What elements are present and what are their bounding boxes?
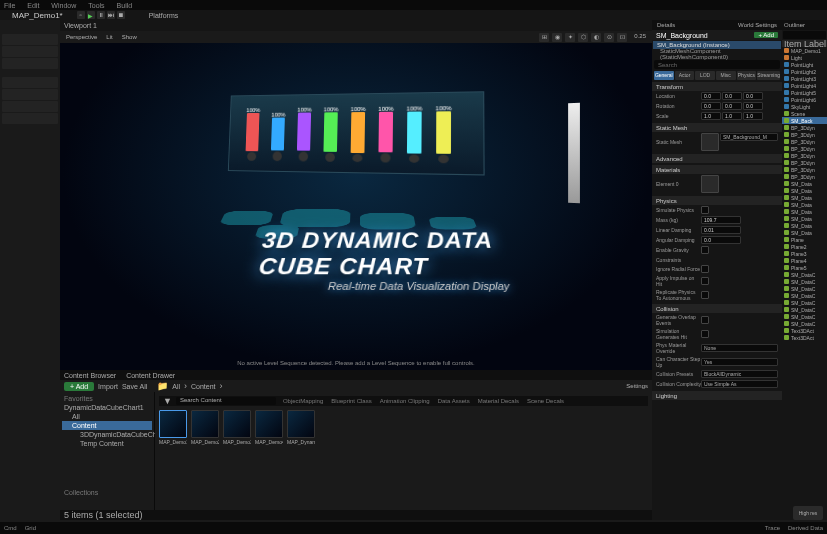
viewport-mode[interactable]: Perspective	[66, 34, 97, 40]
tree-item[interactable]: 3DDynamicDataCubeChart	[62, 430, 152, 439]
section-staticmesh[interactable]: Static Mesh	[652, 123, 782, 132]
outliner-item[interactable]: SM_DataC	[782, 320, 827, 327]
vp-tool-6[interactable]: ⊙	[604, 33, 614, 42]
status-grid[interactable]: Grid	[25, 525, 36, 531]
outliner-item[interactable]: Plane3	[782, 250, 827, 257]
save-icon[interactable]: ▫	[77, 11, 85, 19]
viewport-tab[interactable]: Viewport 1	[64, 22, 97, 29]
menu-edit[interactable]: Edit	[27, 2, 39, 9]
mode-select[interactable]	[2, 34, 58, 45]
loc-x[interactable]: 0.0	[701, 92, 721, 100]
tree-item[interactable]: Content	[62, 421, 152, 430]
filter-chip[interactable]: Material Decals	[475, 398, 522, 404]
tree-item[interactable]: Temp Content	[62, 439, 152, 448]
ignore-checkbox[interactable]	[701, 265, 709, 273]
sm-thumbnail[interactable]	[701, 133, 719, 151]
outliner-item[interactable]: SM_DataC	[782, 271, 827, 278]
char-combo[interactable]: Yes	[701, 358, 778, 366]
viewport-shading[interactable]: Lit	[106, 34, 112, 40]
outliner-item[interactable]: SM_Data	[782, 194, 827, 201]
outliner-item[interactable]: SM_DataC	[782, 313, 827, 320]
section-physics[interactable]: Physics	[652, 196, 782, 205]
menu-build[interactable]: Build	[117, 2, 133, 9]
gen-checkbox[interactable]	[701, 316, 709, 324]
outliner-item[interactable]: BP_3Ddyn	[782, 166, 827, 173]
asset-item[interactable]: MAP_Demo2	[191, 410, 219, 445]
outliner-item[interactable]: BP_3Ddyn	[782, 124, 827, 131]
cb-add-button[interactable]: + Add	[64, 382, 94, 391]
asset-item[interactable]: MAP_Dynamic	[287, 410, 315, 445]
adamp-input[interactable]: 0.0	[701, 236, 741, 244]
filter-chip[interactable]: ObjectMapping	[280, 398, 326, 404]
mode-brush[interactable]	[2, 101, 58, 112]
ldamp-input[interactable]: 0.01	[701, 226, 741, 234]
outliner-item[interactable]: SM_DataC	[782, 285, 827, 292]
vp-tool-3[interactable]: ✦	[565, 33, 575, 42]
mass-input[interactable]: 109.7	[701, 216, 741, 224]
cb-favorites[interactable]: Favorites	[62, 394, 152, 403]
outliner-item[interactable]: SM_Data	[782, 215, 827, 222]
mat-thumbnail[interactable]	[701, 175, 719, 193]
scale-x[interactable]: 1.0	[701, 112, 721, 120]
outliner-item[interactable]: Plane2	[782, 243, 827, 250]
loc-z[interactable]: 0.0	[743, 92, 763, 100]
viewport-3d[interactable]: 100%100%100%100%100%100%100%100% 3D DYNA…	[60, 43, 652, 370]
step-button[interactable]: ⏭	[107, 11, 115, 19]
outliner-item[interactable]: BP_3Ddyn	[782, 145, 827, 152]
rot-x[interactable]: 0.0	[701, 102, 721, 110]
cb-path-all[interactable]: All	[172, 383, 180, 390]
outliner-item[interactable]: BP_3Ddyn	[782, 152, 827, 159]
menu-window[interactable]: Window	[51, 2, 76, 9]
menu-tools[interactable]: Tools	[88, 2, 104, 9]
filter-chip[interactable]: Blueprint Class	[328, 398, 374, 404]
detail-filter[interactable]: Streaming	[757, 71, 780, 80]
cb-collections[interactable]: Collections	[62, 488, 152, 497]
detail-filter[interactable]: LOD	[695, 71, 715, 80]
detail-filter[interactable]: Misc	[716, 71, 736, 80]
scale-y[interactable]: 1.0	[722, 112, 742, 120]
outliner-item[interactable]: SM_Data	[782, 229, 827, 236]
stop-button[interactable]: ⏹	[117, 11, 125, 19]
mode-landscape[interactable]	[2, 46, 58, 57]
mode-fracture[interactable]	[2, 89, 58, 100]
cb-save[interactable]: Save All	[122, 383, 147, 390]
cb-drawer-tab[interactable]: Content Drawer	[126, 372, 175, 379]
asset-item[interactable]: MAP_Demo3	[223, 410, 251, 445]
section-materials[interactable]: Materials	[652, 165, 782, 174]
section-collision[interactable]: Collision	[652, 304, 782, 313]
cb-import[interactable]: Import	[98, 383, 118, 390]
vp-tool-2[interactable]: ◉	[552, 33, 562, 42]
menu-file[interactable]: File	[4, 2, 15, 9]
loc-y[interactable]: 0.0	[722, 92, 742, 100]
outliner-item[interactable]: BP_3Ddyn	[782, 138, 827, 145]
outliner-item[interactable]: SM_Data	[782, 208, 827, 215]
filter-chip[interactable]: Scene Decals	[524, 398, 567, 404]
asset-item[interactable]: MAP_Demo4	[255, 410, 283, 445]
outliner-item[interactable]: PointLight	[782, 61, 827, 68]
repl-checkbox[interactable]	[701, 291, 709, 299]
platforms-dropdown[interactable]: Platforms	[149, 12, 179, 19]
vp-tool-4[interactable]: ⬡	[578, 33, 588, 42]
outliner-item[interactable]: BP_3Ddyn	[782, 173, 827, 180]
outliner-item[interactable]: Scene	[782, 110, 827, 117]
section-advanced[interactable]: Advanced	[652, 154, 782, 163]
outliner-item[interactable]: SM_Data	[782, 201, 827, 208]
outliner-item[interactable]: Text3DAct	[782, 334, 827, 341]
outliner-item[interactable]: SM_Data	[782, 180, 827, 187]
outliner-item[interactable]: Plane4	[782, 257, 827, 264]
play-button[interactable]: ▶	[87, 11, 95, 19]
vp-tool-5[interactable]: ◐	[591, 33, 601, 42]
mode-anim[interactable]	[2, 113, 58, 124]
component-mesh[interactable]: StaticMeshComponent (StaticMeshComponent…	[652, 50, 782, 58]
detail-filter[interactable]: Actor	[675, 71, 695, 80]
outliner-item[interactable]: SM_DataC	[782, 292, 827, 299]
simgen-checkbox[interactable]	[701, 330, 709, 338]
colgrp-combo[interactable]: Use Simple As	[701, 380, 778, 388]
outliner-item[interactable]: BP_3Ddyn	[782, 131, 827, 138]
cb-path-content[interactable]: Content	[191, 383, 216, 390]
project-tab[interactable]: MAP_Demo1*	[6, 11, 69, 20]
outliner-item[interactable]: Text3DAct	[782, 327, 827, 334]
detail-filter[interactable]: Physics	[737, 71, 757, 80]
outliner-item[interactable]: MAP_Demo1	[782, 47, 827, 54]
tree-item[interactable]: All	[62, 412, 152, 421]
